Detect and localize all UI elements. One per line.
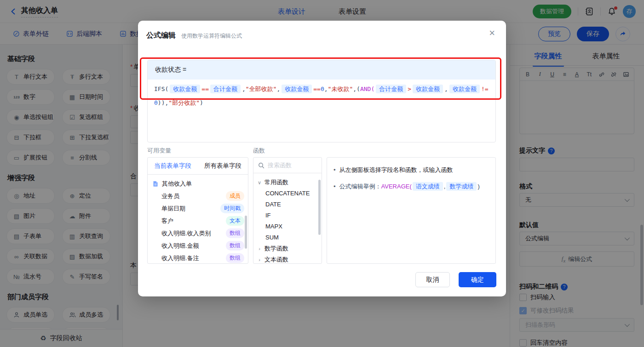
type-badge: 数组 <box>226 241 244 250</box>
function-item[interactable]: DATE <box>253 199 322 210</box>
variable-item[interactable]: 收入明细.备注数组 <box>148 252 248 264</box>
tips-example: 公式编辑举例：AVERAGE(语文成绩,数学成绩) <box>339 182 480 192</box>
function-item[interactable]: SUM <box>253 232 322 243</box>
formula-plain: ,( <box>353 85 360 92</box>
formula-op: == <box>201 85 209 92</box>
bullet-icon: • <box>334 182 336 192</box>
variable-item[interactable]: 业务员成员 <box>148 190 248 202</box>
formula-plain: ) <box>477 183 479 190</box>
modal-subtitle: 使用数学运算符编辑公式 <box>181 32 242 40</box>
variable-label: 收入明细.金额 <box>161 242 226 250</box>
formula-op: == <box>313 85 321 92</box>
formula-plain: , <box>324 85 328 92</box>
functions-label: 函数 <box>253 147 265 155</box>
formula-op: != <box>481 85 489 92</box>
type-badge: 时间戳 <box>220 204 244 213</box>
formula-str: "全部收款" <box>246 85 277 92</box>
formula-kw: IFS( <box>154 85 168 92</box>
function-group-label: 数学函数 <box>264 245 288 253</box>
variable-item[interactable]: 收入明细.金额数组 <box>148 239 248 252</box>
field-token[interactable]: 收款金额 <box>170 85 200 93</box>
type-badge: 数组 <box>226 253 244 263</box>
formula-body[interactable]: IFS(收款金额==合计金额,"全部收款",收款金额==0,"未收款",(AND… <box>148 80 495 113</box>
formula-plain: , <box>276 85 280 92</box>
type-badge: 数组 <box>226 228 244 238</box>
bullet-icon: • <box>334 165 336 175</box>
field-token[interactable]: 语文成绩 <box>413 182 443 191</box>
search-placeholder: 搜索函数 <box>268 161 292 170</box>
field-token[interactable]: 合计金额 <box>210 85 241 93</box>
chevron-right-icon: › <box>257 257 262 262</box>
form-doc-icon <box>152 181 159 187</box>
function-item[interactable]: MAPX <box>253 221 322 232</box>
confirm-button[interactable]: 确定 <box>459 272 496 287</box>
variable-label: 收入明细.备注 <box>161 254 226 262</box>
formula-plain: , <box>242 85 246 92</box>
field-token[interactable]: 合计金额 <box>376 85 406 93</box>
function-item[interactable]: CONCATENATE <box>253 188 322 199</box>
modal-title: 公式编辑 <box>146 31 176 40</box>
formula-plain: , <box>444 183 446 190</box>
variable-tree-root[interactable]: 其他收入单 <box>148 177 248 190</box>
formula-plain: ) <box>200 99 203 106</box>
field-token[interactable]: 收款金额 <box>413 85 443 93</box>
formula-plain: , <box>444 85 448 92</box>
function-search-input[interactable]: 搜索函数 <box>253 158 322 173</box>
function-tree: ∨常用函数CONCATENATEDATEIFMAPXSUM›数学函数›文本函数 <box>253 173 322 264</box>
variable-list: 业务员成员单据日期时间戳客户文本收入明细.收入类别数组收入明细.金额数组收入明细… <box>148 190 248 264</box>
formula-target: 收款状态 = <box>148 60 495 80</box>
formula-editor: 收款状态 = IFS(收款金额==合计金额,"全部收款",收款金额==0,"未收… <box>147 60 496 142</box>
chevron-right-icon: › <box>257 246 262 251</box>
formula-op: > <box>408 85 411 92</box>
formula-fn: AVERAGE( <box>381 183 412 190</box>
variables-panel: 当前表单字段 所有表单字段 其他收入单 业务员成员单据日期时间戳客户文本收入明细… <box>147 157 248 264</box>
formula-str: "部分收款" <box>168 99 200 106</box>
tips-panel: • 从左侧面板选择字段名和函数，或输入函数 • 公式编辑举例：AVERAGE(语… <box>327 157 496 264</box>
tip-line-1: 从左侧面板选择字段名和函数，或输入函数 <box>339 165 453 175</box>
variables-label: 可用变量 <box>147 147 171 155</box>
variable-label: 业务员 <box>161 192 226 200</box>
cancel-button[interactable]: 取消 <box>415 272 450 287</box>
variable-item[interactable]: 收入明细.收入类别数组 <box>148 227 248 239</box>
function-group[interactable]: ›文本函数 <box>253 254 322 264</box>
variable-label: 客户 <box>161 217 226 225</box>
field-token[interactable]: 数学成绩 <box>446 182 477 191</box>
functions-scrollbar[interactable] <box>318 180 321 235</box>
function-group-label: 文本函数 <box>264 256 288 264</box>
formula-num: 0 <box>321 85 324 92</box>
tab-all-form-fields[interactable]: 所有表单字段 <box>198 162 248 170</box>
variable-root-label: 其他收入单 <box>162 180 192 188</box>
formula-fn: AND( <box>360 85 374 92</box>
formula-plain: )), <box>158 99 168 106</box>
formula-num: 0 <box>154 99 158 106</box>
variable-item[interactable]: 客户文本 <box>148 215 248 227</box>
variable-item[interactable]: 单据日期时间戳 <box>148 202 248 215</box>
functions-panel: 搜索函数 ∨常用函数CONCATENATEDATEIFMAPXSUM›数学函数›… <box>253 157 322 264</box>
formula-str: "未收款" <box>328 85 353 92</box>
field-token[interactable]: 收款金额 <box>449 85 480 93</box>
variable-label: 单据日期 <box>161 205 220 213</box>
chevron-down-icon: ∨ <box>257 180 262 186</box>
close-icon[interactable]: × <box>489 28 495 38</box>
variable-label: 收入明细.收入类别 <box>161 229 226 238</box>
function-group-label: 常用函数 <box>264 178 288 187</box>
formula-plain: 公式编辑举例： <box>339 183 381 190</box>
formula-editor-modal: 公式编辑 使用数学运算符编辑公式 × 收款状态 = IFS(收款金额==合计金额… <box>138 21 506 296</box>
function-group[interactable]: ›数学函数 <box>253 243 322 254</box>
field-token[interactable]: 收款金额 <box>282 85 312 93</box>
search-icon <box>258 162 264 169</box>
tab-current-form-fields[interactable]: 当前表单字段 <box>148 162 198 170</box>
variables-scrollbar[interactable] <box>245 216 247 249</box>
type-badge: 成员 <box>226 191 244 201</box>
function-item[interactable]: IF <box>253 210 322 221</box>
function-group[interactable]: ∨常用函数 <box>253 177 322 188</box>
type-badge: 文本 <box>226 216 244 226</box>
